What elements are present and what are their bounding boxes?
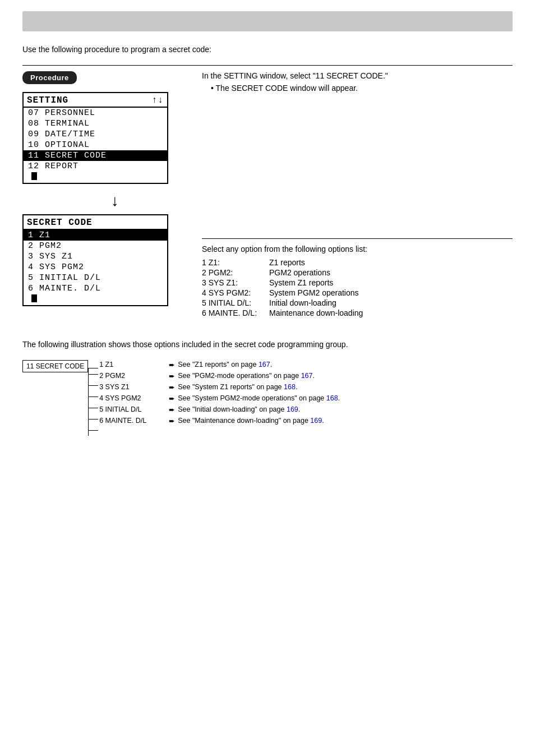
tree-branches xyxy=(88,368,98,436)
sc-row-6 xyxy=(24,294,167,304)
desc-text-5: See "Maintenance down-loading" on page 1… xyxy=(178,417,324,425)
tree-item-1: 2 PGM2 xyxy=(99,370,146,381)
opt-num-1: 2 PGM2: xyxy=(202,268,269,277)
left-col-1: Procedure SETTING ↑↓ 07 PERSONNEL 08 TER… xyxy=(22,66,191,323)
step1-bullet: • The SECRET CODE window will appear. xyxy=(211,84,513,93)
tree-items-col: 1 Z1 2 PGM2 3 SYS Z1 4 SYS PGM2 5 INITIA… xyxy=(99,359,146,426)
sc-row-3: 4 SYS PGM2 xyxy=(24,262,167,273)
tree-item-4: 5 INITIAL D/L xyxy=(99,404,146,415)
secret-code-screen: SECRET CODE 1 Z1 2 PGM2 3 SYS Z1 4 SYS P… xyxy=(22,214,168,306)
arrow-down: ↓ xyxy=(22,187,185,214)
setting-row-5: 12 REPORT xyxy=(24,161,167,172)
arrow-icon-3: ➨ xyxy=(169,394,175,403)
setting-row-6 xyxy=(24,172,167,182)
tree-item-0: 1 Z1 xyxy=(99,359,146,370)
opt-num-4: 5 INITIAL D/L: xyxy=(202,298,269,307)
opt-desc-5: Maintenance down-loading xyxy=(269,308,513,317)
tree-item-3: 4 SYS PGM2 xyxy=(99,393,146,404)
arrow-icon-0: ➨ xyxy=(169,361,175,369)
branch-1 xyxy=(88,380,98,391)
setting-row-2: 09 DATE/TIME xyxy=(24,129,167,140)
setting-row-0: 07 PERSONNEL xyxy=(24,108,167,118)
options-table: 1 Z1: Z1 reports 2 PGM2: PGM2 operations… xyxy=(202,258,513,317)
tree-desc-4: ➨ See "Initial down-loading" on page 169… xyxy=(169,404,340,415)
branch-2 xyxy=(88,391,98,402)
intro-text: Use the following procedure to program a… xyxy=(22,45,513,54)
opt-num-2: 3 SYS Z1: xyxy=(202,278,269,287)
setting-row-1: 08 TERMINAL xyxy=(24,118,167,129)
tree-desc-1: ➨ See "PGM2-mode operations" on page 167… xyxy=(169,370,340,381)
setting-screen-title: SETTING ↑↓ xyxy=(24,94,167,108)
branch-3 xyxy=(88,402,98,413)
branch-4 xyxy=(88,413,98,425)
opt-desc-0: Z1 reports xyxy=(269,258,513,267)
opt-num-0: 1 Z1: xyxy=(202,258,269,267)
tree-desc-5: ➨ See "Maintenance down-loading" on page… xyxy=(169,415,340,426)
desc-text-1: See "PGM2-mode operations" on page 167. xyxy=(178,372,315,380)
page-link-5[interactable]: 169 xyxy=(310,417,322,425)
tree-diagram: 11 SECRET CODE xyxy=(22,357,513,436)
tree-desc-col: ➨ See "Z1 reports" on page 167. ➨ See "P… xyxy=(169,359,340,426)
sc-row-0: 1 Z1 xyxy=(24,230,167,241)
illustration-text: The following illustration shows those o… xyxy=(22,340,513,349)
procedure-section-1: Procedure SETTING ↑↓ 07 PERSONNEL 08 TER… xyxy=(22,65,513,323)
page-link-4[interactable]: 169 xyxy=(287,405,298,413)
sc-row-4: 5 INITIAL D/L xyxy=(24,273,167,283)
arrow-icon-4: ➨ xyxy=(169,405,175,414)
branch-5 xyxy=(88,425,98,436)
opt-desc-1: PGM2 operations xyxy=(269,268,513,277)
desc-text-0: See "Z1 reports" on page 167. xyxy=(178,361,272,368)
desc-text-2: See "System Z1 reports" on page 168. xyxy=(178,383,297,391)
page-link-3[interactable]: 168 xyxy=(326,394,338,402)
desc-text-4: See "Initial down-loading" on page 169. xyxy=(178,405,300,413)
branch-0 xyxy=(88,368,98,380)
tree-root-label: 11 SECRET CODE xyxy=(22,360,88,372)
sc-row-1: 2 PGM2 xyxy=(24,241,167,251)
setting-row-4: 11 SECRET CODE xyxy=(24,150,167,161)
sc-row-2: 3 SYS Z1 xyxy=(24,251,167,262)
sc-row-5: 6 MAINTE. D/L xyxy=(24,283,167,294)
page-wrapper: Use the following procedure to program a… xyxy=(0,0,535,756)
setting-row-3: 10 OPTIONAL xyxy=(24,140,167,150)
secret-code-screen-title: SECRET CODE xyxy=(24,216,167,230)
top-bar xyxy=(22,11,513,31)
opt-num-5: 6 MAINTE. D/L: xyxy=(202,308,269,317)
page-link-2[interactable]: 168 xyxy=(284,383,296,391)
tree-item-2: 3 SYS Z1 xyxy=(99,381,146,393)
page-link-0[interactable]: 167 xyxy=(259,361,270,368)
step1-instruction: In the SETTING window, select "11 SECRET… xyxy=(202,71,513,80)
arrow-icon-2: ➨ xyxy=(169,383,175,391)
page-link-1[interactable]: 167 xyxy=(301,372,313,380)
illustration-section: The following illustration shows those o… xyxy=(22,340,513,436)
opt-num-3: 4 SYS PGM2: xyxy=(202,288,269,297)
procedure-badge: Procedure xyxy=(22,71,77,84)
step2-instruction: Select any option from the following opt… xyxy=(202,245,513,253)
tree-item-5: 6 MAINTE. D/L xyxy=(99,415,146,426)
arrow-icon-1: ➨ xyxy=(169,372,175,380)
tree-desc-0: ➨ See "Z1 reports" on page 167. xyxy=(169,359,340,370)
tree-connector-lines xyxy=(88,366,98,436)
setting-screen: SETTING ↑↓ 07 PERSONNEL 08 TERMINAL 09 D… xyxy=(22,92,168,184)
tree-desc-3: ➨ See "System PGM2-mode operations" on p… xyxy=(169,393,340,404)
desc-text-3: See "System PGM2-mode operations" on pag… xyxy=(178,394,340,402)
tree-desc-2: ➨ See "System Z1 reports" on page 168. xyxy=(169,381,340,393)
arrow-icon-5: ➨ xyxy=(169,417,175,425)
opt-desc-3: System PGM2 operations xyxy=(269,288,513,297)
opt-desc-4: Initial down-loading xyxy=(269,298,513,307)
opt-desc-2: System Z1 reports xyxy=(269,278,513,287)
right-col-1: In the SETTING window, select "11 SECRET… xyxy=(191,66,513,323)
